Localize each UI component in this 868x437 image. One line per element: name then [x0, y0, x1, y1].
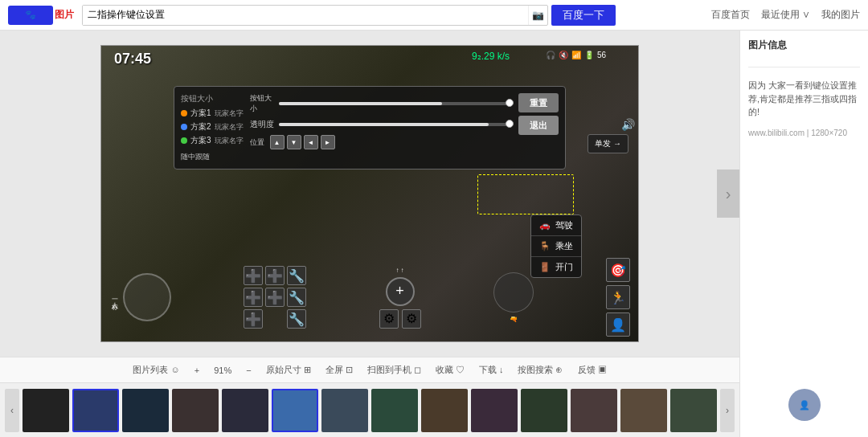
scheme-label-3: 方案3	[190, 135, 211, 146]
thumbnail-11[interactable]	[521, 389, 567, 432]
item-grid: ➕ ➕ 🔧 ➕ ➕ 🔧 ➕ 🔧	[244, 266, 306, 329]
opacity-slider[interactable]	[279, 123, 512, 126]
scheme-item-2[interactable]: 方案2 玩家名字	[181, 121, 244, 133]
toolbar-collect[interactable]: 收藏 ♡	[436, 364, 465, 376]
logo-sub-text: 图片	[55, 8, 74, 22]
battery-icon: 🔋	[584, 51, 594, 59]
panel-sliders: 按钮大小 透明度	[250, 93, 512, 162]
single-fire-btn[interactable]: 单发 →	[588, 134, 628, 153]
toolbar-download[interactable]: 下载 ↓	[479, 364, 504, 376]
item-4[interactable]: ➕	[244, 288, 263, 307]
size-slider-fill	[279, 102, 442, 105]
nav-arrow-right[interactable]: ›	[717, 169, 739, 218]
camera-icon[interactable]: 📷	[528, 6, 547, 25]
size-label: 按钮大小	[250, 93, 274, 114]
ride-item[interactable]: 🪑 乘坐	[531, 236, 581, 257]
toolbar-zoom-out[interactable]: +	[194, 366, 199, 375]
divider-1	[748, 67, 860, 67]
pos-down-btn[interactable]: ▼	[287, 135, 301, 149]
scheme-item-1[interactable]: 方案1 玩家名字	[181, 108, 244, 119]
header-link-home[interactable]: 百度首页	[711, 8, 750, 22]
thumbnail-14[interactable]	[670, 389, 717, 432]
toolbar-search-by-image[interactable]: 按图搜索 ⊕	[518, 364, 563, 376]
right-bottom: 🔫	[493, 272, 534, 323]
search-button[interactable]: 百度一下	[551, 5, 616, 26]
thumbnail-9[interactable]	[421, 389, 468, 432]
game-screenshot: 07:45 9₂.29 k/s 🎧 🔇 📶 🔋 56 按钮大小	[100, 45, 639, 342]
scheme-label-2: 方案2	[190, 121, 211, 133]
panel-actions: 重置 退出	[518, 93, 559, 162]
scheme-item-3[interactable]: 方案3 玩家名字	[181, 135, 244, 146]
rc-1[interactable]: 🎯	[606, 258, 630, 282]
thumbnail-13[interactable]	[620, 389, 667, 432]
toolbar-scan[interactable]: 扫图到手机 ◻	[367, 364, 421, 376]
thumbnail-5[interactable]	[222, 389, 268, 432]
toolbar-zoom-in[interactable]: −	[246, 366, 251, 375]
toolbar-feedback[interactable]: 反馈 ▣	[578, 364, 607, 376]
game-time: 07:45	[114, 51, 151, 67]
thumbnail-7[interactable]	[321, 389, 368, 432]
info-title: 图片信息	[748, 39, 860, 52]
thumbnail-4[interactable]	[172, 389, 219, 432]
player-label: 一 人 标	[109, 296, 118, 299]
size-slider-handle[interactable]	[506, 99, 514, 107]
header-link-myimages[interactable]: 我的图片	[821, 8, 860, 22]
source-url[interactable]: www.bilibili.com	[748, 129, 805, 137]
header-link-recent[interactable]: 最近使用 ∨	[761, 8, 810, 22]
thumbnail-2[interactable]	[72, 389, 119, 432]
toolbar-original-size[interactable]: 原始尺寸 ⊞	[266, 364, 311, 376]
dpad-circle	[123, 273, 171, 321]
game-speed: 9₂.29 k/s	[472, 51, 510, 62]
rc-3[interactable]: 👤	[606, 312, 630, 337]
bottom-icon-2[interactable]: ⚙	[402, 309, 421, 329]
thumbnail-12[interactable]	[571, 389, 617, 432]
exit-button[interactable]: 退出	[518, 116, 559, 135]
toolbar-fullscreen[interactable]: 全屏 ⊡	[326, 364, 353, 376]
rc-2[interactable]: 🏃	[606, 285, 630, 309]
item-1[interactable]: ➕	[244, 266, 263, 285]
search-by-image-label: 按图搜索 ⊕	[518, 364, 563, 376]
zoom-out-icon: +	[194, 366, 199, 375]
pos-left-btn[interactable]: ◄	[304, 135, 318, 149]
drive-item[interactable]: 🚗 驾驶	[531, 215, 581, 236]
thumbnail-10[interactable]	[471, 389, 518, 432]
thumb-next-btn[interactable]: ›	[720, 389, 735, 432]
position-label: 位置	[250, 137, 264, 148]
thumbnail-3[interactable]	[122, 389, 169, 432]
volume-icon[interactable]: 🔊	[621, 118, 635, 131]
header: 🐾 图片 📷 百度一下 百度首页 最近使用 ∨ 我的图片	[0, 0, 868, 31]
pos-up-btn[interactable]: ▲	[270, 135, 285, 149]
team-follow[interactable]: 随中跟随	[181, 152, 244, 162]
thumbnail-8[interactable]	[371, 389, 418, 432]
item-8[interactable]: 🔧	[287, 309, 306, 329]
baidu-logo-bear: 🐾	[25, 10, 36, 20]
add-button[interactable]: +	[386, 277, 415, 306]
ride-label: 乘坐	[555, 240, 573, 252]
thumbnail-1[interactable]	[23, 389, 69, 432]
bottom-icon-1[interactable]: ⚙	[379, 309, 399, 329]
item-2[interactable]: ➕	[265, 266, 285, 285]
search-input[interactable]	[83, 6, 528, 25]
item-7[interactable]: ➕	[244, 309, 263, 329]
thumb-prev-btn[interactable]: ‹	[5, 389, 19, 432]
avatar: 👤	[788, 389, 821, 421]
signal-icon: 📶	[571, 51, 581, 59]
size-slider[interactable]	[279, 102, 512, 105]
fullscreen-label: 全屏 ⊡	[326, 364, 353, 376]
pos-right-btn[interactable]: ►	[321, 135, 335, 149]
item-5[interactable]: ➕	[265, 288, 285, 307]
toolbar-image-list[interactable]: 图片列表 ☺	[133, 364, 179, 376]
content-area: 07:45 9₂.29 k/s 🎧 🔇 📶 🔋 56 按钮大小	[0, 31, 739, 437]
scheme-dot-1	[181, 110, 187, 116]
aim-circle[interactable]	[493, 272, 534, 312]
item-3[interactable]: 🔧	[287, 266, 306, 285]
scheme-name-2: 玩家名字	[215, 122, 244, 133]
item-6[interactable]: 🔧	[287, 288, 306, 307]
opacity-slider-handle[interactable]	[506, 120, 514, 128]
thumbnail-6[interactable]	[272, 389, 318, 432]
toolbar: 图片列表 ☺ + 91% − 原始尺寸 ⊞ 全屏 ⊡ 扫图到手机 ◻ 收藏 ♡	[0, 357, 739, 382]
dpad[interactable]	[123, 273, 171, 321]
opacity-slider-row: 透明度	[250, 119, 512, 130]
reset-button[interactable]: 重置	[518, 93, 559, 112]
scheme-name-1: 玩家名字	[215, 108, 244, 119]
